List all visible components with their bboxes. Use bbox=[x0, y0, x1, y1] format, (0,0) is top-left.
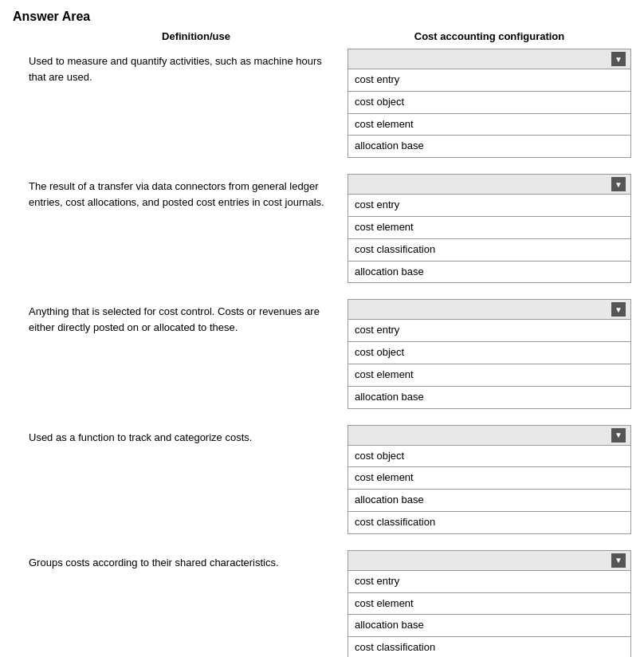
option-3-1[interactable]: cost entry bbox=[348, 320, 631, 342]
dropdown-arrow-4[interactable]: ▼ bbox=[611, 428, 626, 443]
table-row-4: Used as a function to track and categori… bbox=[13, 425, 631, 534]
option-1-2[interactable]: cost object bbox=[348, 92, 631, 114]
table-row-2: The result of a transfer via data connec… bbox=[13, 174, 631, 283]
option-5-4[interactable]: cost classification bbox=[348, 637, 631, 657]
definition-text-1: Used to measure and quantify activities,… bbox=[13, 49, 348, 89]
dropdown-arrow-3[interactable]: ▼ bbox=[611, 302, 626, 317]
config-col-4: ▼cost objectcost elementallocation basec… bbox=[348, 425, 631, 534]
option-1-1[interactable]: cost entry bbox=[348, 69, 631, 92]
definition-text-3: Anything that is selected for cost contr… bbox=[13, 299, 348, 340]
config-col-3: ▼cost entrycost objectcost elementalloca… bbox=[348, 299, 631, 408]
option-2-2[interactable]: cost element bbox=[348, 217, 631, 239]
option-2-4[interactable]: allocation base bbox=[348, 262, 631, 284]
table-row-3: Anything that is selected for cost contr… bbox=[13, 299, 631, 408]
option-4-2[interactable]: cost element bbox=[348, 467, 631, 490]
config-col-1: ▼cost entrycost objectcost elementalloca… bbox=[348, 49, 631, 158]
config-col-2: ▼cost entrycost elementcost classificati… bbox=[348, 174, 631, 283]
option-4-4[interactable]: cost classification bbox=[348, 512, 631, 534]
definition-text-5: Groups costs according to their shared c… bbox=[13, 550, 348, 576]
dropdown-3[interactable]: ▼ bbox=[348, 299, 631, 320]
option-4-1[interactable]: cost object bbox=[348, 446, 631, 468]
answer-area-title: Answer Area bbox=[0, 0, 644, 30]
config-col-5: ▼cost entrycost elementallocation baseco… bbox=[348, 550, 631, 657]
dropdown-1[interactable]: ▼ bbox=[348, 49, 631, 69]
table-row-1: Used to measure and quantify activities,… bbox=[13, 49, 631, 158]
dropdown-2[interactable]: ▼ bbox=[348, 174, 631, 195]
dropdown-arrow-2[interactable]: ▼ bbox=[611, 177, 626, 191]
option-2-1[interactable]: cost entry bbox=[348, 195, 631, 217]
column-header-config: Cost accounting configuration bbox=[348, 30, 631, 42]
dropdown-4[interactable]: ▼ bbox=[348, 425, 631, 446]
option-5-1[interactable]: cost entry bbox=[348, 571, 631, 593]
table-row-5: Groups costs according to their shared c… bbox=[13, 550, 631, 657]
definition-text-4: Used as a function to track and categori… bbox=[13, 425, 348, 450]
dropdown-arrow-1[interactable]: ▼ bbox=[611, 52, 626, 66]
option-2-3[interactable]: cost classification bbox=[348, 239, 631, 262]
option-5-2[interactable]: cost element bbox=[348, 593, 631, 616]
option-1-4[interactable]: allocation base bbox=[348, 136, 631, 158]
dropdown-5[interactable]: ▼ bbox=[348, 550, 631, 571]
dropdown-arrow-5[interactable]: ▼ bbox=[611, 553, 626, 568]
option-1-3[interactable]: cost element bbox=[348, 114, 631, 136]
option-3-4[interactable]: allocation base bbox=[348, 387, 631, 409]
column-header-definition: Definition/use bbox=[13, 30, 348, 42]
option-3-3[interactable]: cost element bbox=[348, 364, 631, 387]
definition-text-2: The result of a transfer via data connec… bbox=[13, 174, 348, 214]
option-3-2[interactable]: cost object bbox=[348, 342, 631, 364]
option-4-3[interactable]: allocation base bbox=[348, 490, 631, 512]
option-5-3[interactable]: allocation base bbox=[348, 615, 631, 637]
